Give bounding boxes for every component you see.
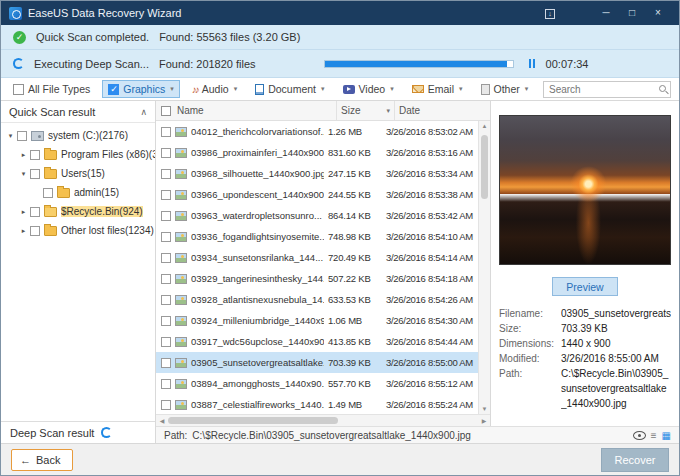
checkbox-icon[interactable] [161,190,171,200]
filter-label: Email [428,83,454,95]
checkbox-icon[interactable] [161,253,171,263]
table-row[interactable]: 03986_proximainferi_1440x900...831.60 KB… [156,142,478,163]
filter-all-file-types[interactable]: All File Types [7,80,96,98]
filter-email[interactable]: Email▾ [406,80,469,98]
table-row[interactable]: 04012_therichcolorvariationsof...1.26 MB… [156,121,478,142]
tree-item-recycle-bin-924[interactable]: ▸$Recycle.Bin(924) [1,202,155,221]
tree-item-program-files-x86-3[interactable]: ▸Program Files (x86)(3) [1,145,155,164]
chevron-down-icon[interactable]: ▾ [18,170,29,178]
table-row[interactable]: 03929_tangerinesinthesky_144...507.22 KB… [156,268,478,289]
checkbox-icon[interactable] [161,211,171,221]
minimize-button[interactable]: ─ [593,1,619,25]
table-row[interactable]: 03887_celestialfireworks_1440...1.49 MB3… [156,394,478,414]
tree-item-other-lost-files-1234[interactable]: ▸Other lost files(1234) [1,221,155,240]
checkbox-icon[interactable] [13,84,24,95]
path-value: C:\$Recycle.Bin\03905_sunsetovergreatsal… [192,430,627,441]
checkbox-icon[interactable] [161,274,171,284]
audio-icon [192,83,198,95]
checkbox-icon[interactable] [161,295,171,305]
checkbox-icon[interactable] [161,337,171,347]
horizontal-scrollbar[interactable]: ◀ ▶ [156,414,490,426]
recover-button[interactable]: Recover [601,448,669,472]
filter-bar: All File TypesGraphics▾Audio▾Document▾Vi… [1,78,679,101]
pause-button[interactable] [528,59,536,68]
chevron-right-icon[interactable]: ▸ [18,208,29,216]
filter-document[interactable]: Document▾ [249,80,330,98]
detail-label: Size: [499,321,561,336]
scroll-down-arrow-icon[interactable]: ▼ [479,404,490,414]
table-row[interactable]: 03934_sunsetonsrilanka_144...720.49 KB3/… [156,247,478,268]
chevron-right-icon[interactable]: ▸ [18,151,29,159]
tree-item-users-15[interactable]: ▾Users(15) [1,164,155,183]
tray-download-button[interactable]: ↓ [537,1,563,25]
filter-other[interactable]: Other▾ [475,80,535,98]
vertical-scrollbar[interactable]: ▲ ▼ [478,121,490,414]
checkbox-icon[interactable] [161,232,171,242]
checkbox-icon[interactable] [30,207,40,217]
search-input[interactable] [543,81,671,98]
checkbox-icon[interactable] [161,127,171,137]
checkbox-icon[interactable] [30,169,40,179]
preview-eye-icon[interactable] [633,431,646,440]
back-arrow-icon: ← [20,454,31,466]
sort-arrow-icon[interactable]: ▾ [386,107,390,115]
checkbox-icon[interactable] [161,169,171,179]
chevron-right-icon[interactable]: ▸ [18,227,29,235]
thumbnail-view-icon[interactable]: ▦ [662,428,671,443]
table-row[interactable]: 03917_wdc56upclose_1440x90...413.85 KB3/… [156,331,478,352]
chevron-down-icon: ▾ [321,85,325,93]
column-header-name[interactable]: Name [175,105,336,116]
file-size: 720.49 KB [324,252,382,263]
checkbox-icon[interactable] [108,84,119,95]
checkbox-icon[interactable] [161,358,171,368]
checkbox-icon[interactable] [161,316,171,326]
maximize-button[interactable]: □ [619,1,645,25]
scroll-right-arrow-icon[interactable]: ▶ [480,416,488,426]
back-button[interactable]: ← Back [11,449,73,471]
select-all-checkbox[interactable] [161,106,171,116]
checkbox-icon[interactable] [161,379,171,389]
table-row[interactable]: 03936_fogandlightsinyosemite...748.98 KB… [156,226,478,247]
table-row[interactable]: 03968_silhouette_1440x900.jpg247.15 KB3/… [156,163,478,184]
file-name: 03894_amongghosts_1440x90... [191,378,324,389]
vertical-scrollbar-thumb[interactable] [481,135,488,199]
table-row[interactable]: 03894_amongghosts_1440x90...557.70 KB3/2… [156,373,478,394]
close-button[interactable]: × [645,1,671,25]
file-name: 03986_proximainferi_1440x900... [191,147,324,158]
search-icon[interactable] [659,85,666,92]
table-row[interactable]: 03966_upondescent_1440x900...244.55 KB3/… [156,184,478,205]
checkbox-icon[interactable] [30,150,40,160]
scroll-up-arrow-icon[interactable]: ▲ [479,121,490,131]
horizontal-scrollbar-thumb[interactable] [168,417,338,424]
folder-icon [44,169,57,179]
collapse-panel-icon[interactable]: ∧ [140,107,147,117]
column-header-size[interactable]: Size ▾ [336,101,394,120]
file-size: 557.70 KB [324,378,382,389]
table-row[interactable]: 03924_milleniumbridge_1440x9...1.06 MB3/… [156,310,478,331]
checkbox-icon[interactable] [43,188,53,198]
list-view-icon[interactable]: ≡ [651,428,657,443]
table-row[interactable]: 03963_waterdropletsonsunro...864.14 KB3/… [156,205,478,226]
filter-graphics[interactable]: Graphics▾ [102,80,180,98]
tree-item-system-c-2176[interactable]: ▾system (C:)(2176) [1,126,155,145]
filter-video[interactable]: Video▾ [337,80,400,98]
column-header-date[interactable]: Date [394,101,490,120]
tree-item-admin-15[interactable]: admin(15) [1,183,155,202]
filter-label: Graphics [123,83,165,95]
detail-row: Path:C:\$Recycle.Bin\03905_sunsetovergre… [499,366,671,411]
checkbox-icon[interactable] [30,226,40,236]
checkbox-icon[interactable] [161,400,171,410]
table-row[interactable]: 03928_atlantisnexusnebula_14...633.53 KB… [156,289,478,310]
checkbox-icon[interactable] [17,131,27,141]
filter-audio[interactable]: Audio▾ [186,80,243,98]
image-file-icon [175,400,187,410]
scroll-left-arrow-icon[interactable]: ◀ [158,416,166,426]
folder-icon [44,226,57,236]
chevron-down-icon: ▾ [234,85,238,93]
image-file-icon [175,232,187,242]
deep-scan-result-bar[interactable]: Deep Scan result [1,421,155,443]
preview-button[interactable]: Preview [552,277,618,296]
table-row[interactable]: 03905_sunsetovergreatsaltlake...703.39 K… [156,352,478,373]
checkbox-icon[interactable] [161,148,171,158]
chevron-down-icon[interactable]: ▾ [5,132,16,140]
